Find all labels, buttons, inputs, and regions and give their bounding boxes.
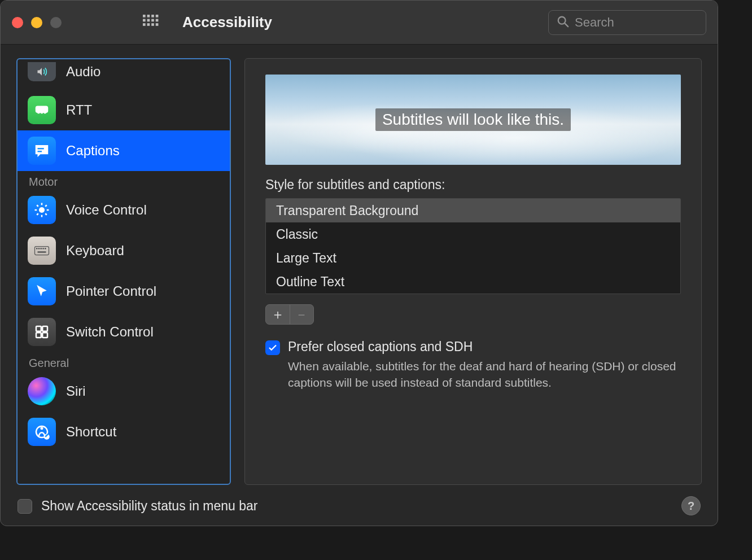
svg-rect-22 [36,248,38,250]
style-row-transparent-background[interactable]: Transparent Background [266,199,680,222]
shortcut-icon [28,418,56,446]
nav-arrows [100,18,116,28]
page-title: Accessibility [182,14,272,31]
svg-rect-25 [42,248,44,250]
switch-control-icon [28,318,56,346]
search-input[interactable] [575,15,698,30]
style-row-label: Large Text [276,251,336,266]
prefer-closed-captions-row: Prefer closed captions and SDH When avai… [265,339,681,391]
window-controls [12,17,62,28]
svg-rect-3 [156,15,159,18]
sidebar-item-label: RTT [66,102,92,118]
sidebar-item-captions[interactable]: Captions [18,130,230,171]
sidebar-item-label: Siri [66,383,86,399]
titlebar: Accessibility [1,1,718,45]
help-button[interactable]: ? [681,496,701,515]
sidebar-item-label: Captions [66,143,120,159]
style-row-large-text[interactable]: Large Text [266,246,680,270]
svg-rect-2 [151,15,154,18]
svg-rect-6 [151,19,154,21]
sidebar-item-shortcut[interactable]: Shortcut [18,412,230,452]
minimize-button[interactable] [31,17,42,28]
voice-control-icon [28,196,56,224]
svg-rect-11 [156,23,159,26]
sidebar-section-general: General [18,353,230,371]
sidebar-item-keyboard[interactable]: Keyboard [18,230,230,271]
svg-line-13 [565,23,569,26]
add-style-button[interactable]: ＋ [266,305,290,324]
style-row-label: Classic [276,227,318,242]
remove-style-button[interactable]: － [290,305,314,324]
sidebar-item-label: Voice Control [66,202,147,218]
prefer-closed-captions-help: When available, subtitles for the deaf a… [288,358,681,391]
svg-rect-21 [35,247,49,255]
style-row-label: Transparent Background [276,203,418,218]
svg-rect-24 [41,248,42,250]
svg-rect-18 [38,148,44,150]
keyboard-icon [28,237,56,265]
svg-rect-19 [38,151,42,152]
sidebar-item-voice-control[interactable]: Voice Control [18,190,230,230]
accessibility-sidebar[interactable]: Audio RTT Captions Motor [16,58,231,485]
svg-rect-30 [36,333,41,338]
sidebar-item-rtt[interactable]: RTT [18,90,230,130]
style-label: Style for subtitles and captions: [265,177,681,193]
sidebar-item-label: Pointer Control [66,283,156,299]
svg-rect-9 [147,23,150,26]
svg-rect-28 [36,326,41,331]
sidebar-item-switch-control[interactable]: Switch Control [18,312,230,352]
svg-rect-26 [45,248,46,250]
zoom-button[interactable] [50,17,62,28]
system-preferences-window: Accessibility Audio [0,0,718,526]
search-field[interactable] [548,10,706,35]
close-button[interactable] [12,17,23,28]
add-remove-control: ＋ － [265,304,314,325]
svg-rect-29 [42,326,47,331]
subtitle-preview: Subtitles will look like this. [265,75,681,165]
svg-rect-15 [38,112,40,114]
search-icon [557,15,569,30]
svg-rect-31 [42,333,47,338]
pointer-control-icon [28,277,56,305]
svg-rect-1 [147,15,150,18]
sidebar-item-label: Switch Control [66,324,154,340]
sidebar-section-motor: Motor [18,172,230,190]
prefer-closed-captions-label: Prefer closed captions and SDH [288,339,681,355]
style-row-outline-text[interactable]: Outline Text [266,270,680,294]
audio-icon [28,62,56,81]
sidebar-item-audio[interactable]: Audio [18,59,230,90]
svg-rect-16 [41,112,43,114]
siri-icon [28,377,56,405]
sidebar-item-siri[interactable]: Siri [18,371,230,412]
svg-rect-4 [143,19,146,21]
svg-rect-10 [151,23,154,26]
sidebar-item-label: Audio [66,64,100,80]
style-row-label: Outline Text [276,274,344,290]
footer: Show Accessibility status in menu bar ? [1,491,718,526]
svg-rect-5 [147,19,150,21]
svg-point-33 [41,427,43,430]
svg-rect-17 [44,112,46,114]
svg-rect-7 [156,19,159,21]
style-list[interactable]: Transparent Background Classic Large Tex… [265,198,681,294]
captions-icon [28,137,56,165]
rtt-icon [28,96,56,124]
svg-rect-0 [143,15,146,18]
prefer-closed-captions-checkbox[interactable] [265,340,280,355]
sidebar-item-label: Shortcut [66,424,116,440]
svg-rect-27 [38,251,46,253]
show-status-checkbox[interactable] [18,499,32,514]
sidebar-item-pointer-control[interactable]: Pointer Control [18,271,230,312]
sidebar-item-label: Keyboard [66,243,124,259]
show-all-button[interactable] [143,15,159,30]
captions-panel: Subtitles will look like this. Style for… [244,58,702,485]
svg-point-12 [558,16,566,24]
svg-rect-8 [143,23,146,26]
style-row-classic[interactable]: Classic [266,222,680,246]
svg-rect-23 [38,248,40,250]
show-status-label: Show Accessibility status in menu bar [41,498,258,514]
svg-point-20 [39,207,45,213]
content-body: Audio RTT Captions Motor [1,45,718,491]
subtitle-sample-text: Subtitles will look like this. [375,108,571,131]
